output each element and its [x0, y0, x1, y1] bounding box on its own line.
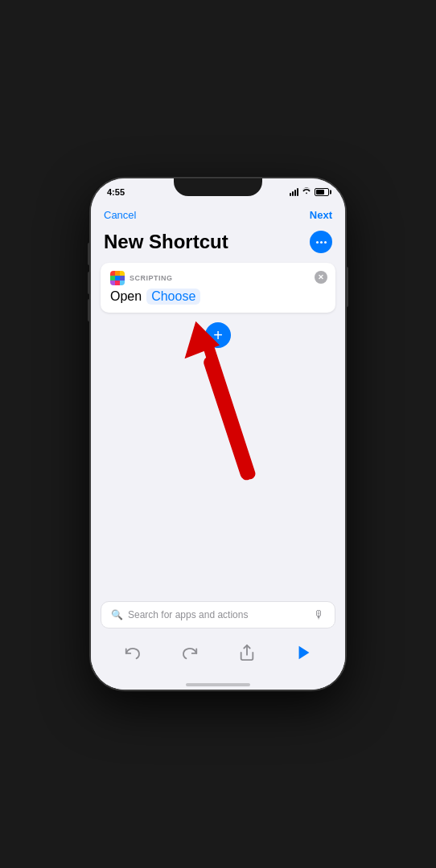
action-choose-button[interactable]: Choose: [146, 289, 200, 305]
nav-bar: Cancel Next: [91, 204, 345, 227]
add-action-button[interactable]: +: [205, 322, 231, 348]
action-card-close-button[interactable]: ✕: [315, 271, 327, 284]
action-card-content: Open Choose: [110, 289, 326, 305]
phone-screen: 4:55: [91, 178, 345, 690]
home-indicator: [91, 674, 345, 690]
search-bar[interactable]: 🔍 Search for apps and actions 🎙: [101, 601, 335, 628]
cancel-button[interactable]: Cancel: [104, 209, 136, 221]
page-title: New Shortcut: [104, 231, 228, 253]
page-title-row: New Shortcut: [91, 227, 345, 263]
action-card: SCRIPTING ✕ Open Choose: [101, 263, 335, 313]
scripting-icon: [110, 271, 125, 285]
notch-area: [91, 178, 345, 203]
search-placeholder-text: Search for apps and actions: [128, 609, 309, 620]
add-button-container: +: [91, 322, 345, 348]
share-button[interactable]: [234, 640, 260, 665]
ios-screen: 4:55: [91, 178, 345, 690]
more-dot-3: [324, 241, 327, 244]
redo-button[interactable]: [177, 640, 203, 665]
next-button[interactable]: Next: [310, 209, 332, 221]
svg-line-2: [210, 362, 246, 473]
undo-button[interactable]: [120, 640, 146, 665]
bottom-toolbar: [91, 635, 345, 674]
more-button[interactable]: [310, 231, 332, 253]
more-dot-1: [316, 241, 319, 244]
more-dot-2: [320, 241, 323, 244]
content-area: Cancel Next New Shortcut: [91, 204, 345, 601]
notch: [174, 178, 262, 196]
action-card-header: SCRIPTING: [110, 271, 326, 285]
svg-marker-4: [298, 646, 309, 660]
play-button[interactable]: [291, 640, 317, 665]
bottom-area: 🔍 Search for apps and actions 🎙: [91, 601, 345, 690]
action-category-label: SCRIPTING: [130, 274, 173, 282]
mic-icon[interactable]: 🎙: [314, 608, 325, 621]
home-bar: [186, 683, 250, 686]
search-icon: 🔍: [111, 609, 123, 620]
action-open-label: Open: [110, 289, 142, 304]
phone-frame: 4:55: [89, 177, 347, 691]
